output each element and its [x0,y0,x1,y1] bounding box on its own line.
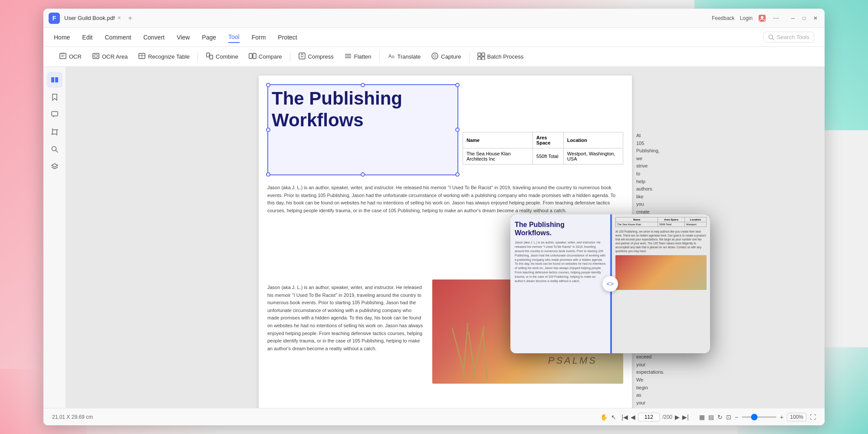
user-icon[interactable] [758,14,766,23]
scroll-mode-icon[interactable]: ▤ [708,414,714,421]
fit-page-icon[interactable]: ⊡ [726,414,731,421]
search-tools-input[interactable]: Search Tools [763,32,814,43]
toolbar-flatten-label: Flatten [354,53,372,60]
toolbar-recognize-table-label: Recognize Table [148,53,190,60]
overlay-left-text: Jason (aka J. L.) is an author, speaker,… [515,240,606,283]
menu-page[interactable]: Page [202,32,216,43]
fullscreen-icon[interactable]: ⛶ [810,414,816,421]
compare-icon [249,52,256,62]
page-layout-icon[interactable]: ▦ [699,414,705,421]
pdf-viewer[interactable]: The Publishing Workflows Name Ares Space… [66,67,825,408]
handle-tl[interactable] [266,83,270,87]
toolbar-capture[interactable]: Capture [426,49,466,64]
menu-form[interactable]: Form [252,32,266,43]
toolbar-ocr-area[interactable]: OCR Area [87,49,133,64]
toolbar-translate[interactable]: A あ Translate [382,49,426,64]
compare-toggle-icon: <> [607,280,614,287]
toolbar-ocr[interactable]: OCR [54,49,87,64]
handle-mr[interactable] [455,128,460,132]
rotate-icon[interactable]: ↻ [717,414,723,421]
recognize-table-icon [138,52,146,62]
overlay-th-loc: Location [685,217,707,222]
hand-tool-icon[interactable]: ✋ [600,414,608,421]
overlay-title: The PublishingWorkflows. [515,220,606,237]
pdf-page-title: The Publishing Workflows [272,88,402,132]
toolbar-flatten[interactable]: Flatten [339,49,377,64]
toolbar-batch-process[interactable]: Batch Process [472,49,529,64]
overlay-th-ares: Ares Space [658,217,685,222]
toolbar-compare[interactable]: Compare [243,49,287,64]
title-bar-right: Feedback Login ⋯ ─ □ ✕ [712,14,819,23]
svg-point-25 [434,55,436,57]
pdf-title-line1: The Publishing [272,88,402,109]
zoom-value-display[interactable]: 100% [787,413,806,421]
sidebar-layers-icon[interactable] [47,159,62,174]
svg-rect-32 [52,112,58,116]
add-tab-button[interactable]: + [128,14,132,22]
zoom-in-icon[interactable]: + [780,414,783,421]
svg-line-39 [56,151,58,153]
maximize-button[interactable]: □ [800,14,808,22]
compare-overlay[interactable]: The PublishingWorkflows. Jason (aka J. L… [510,214,710,353]
zoom-slider[interactable] [742,416,776,418]
overlay-table: Name Ares Space Location The Sea House K… [615,217,707,227]
next-page-button[interactable]: ▶ [675,414,680,421]
toolbar-translate-label: Translate [398,53,421,60]
sidebar-crop-icon[interactable] [47,124,62,140]
sidebar-comment-icon[interactable] [47,107,62,122]
toolbar-recognize-table[interactable]: Recognize Table [133,49,195,64]
handle-tr[interactable] [455,83,460,87]
handle-bl[interactable] [266,172,270,177]
more-options-icon[interactable]: ⋯ [772,14,780,23]
menu-protect[interactable]: Protect [278,32,297,43]
svg-rect-15 [249,53,252,59]
overlay-th-name: Name [616,217,658,222]
ocr-icon [59,52,67,62]
page-number-input[interactable]: 112 [638,413,660,421]
toolbar-compress[interactable]: Compress [293,49,339,64]
toolbar-batch-process-label: Batch Process [487,53,524,60]
handle-bm[interactable] [361,172,365,177]
prev-page-button[interactable]: ◀ [631,414,635,421]
pdf-table: Name Ares Space Location The Sea House K… [463,132,623,164]
overlay-right-panel: Name Ares Space Location The Sea House K… [612,214,710,353]
zoom-out-icon[interactable]: − [735,414,738,421]
svg-rect-27 [482,53,485,56]
sidebar-bookmark-icon[interactable] [47,89,62,105]
handle-br[interactable] [455,172,460,177]
overlay-right-text: At 105 Publishing, we strive to help aut… [615,230,707,253]
table-header-row: Name Ares Space Location [463,132,623,148]
close-tab-button[interactable]: ✕ [117,15,121,21]
minimize-button[interactable]: ─ [789,14,797,22]
page-total-text: /200 [662,414,672,420]
table-cell-location: Westport, Washington, USA [563,148,623,164]
title-bar: F User Guild Book.pdf ✕ + Feedback Login… [43,9,825,28]
overlay-td-name: The Sea House Klan [616,222,658,227]
handle-ml[interactable] [266,128,270,132]
sidebar-search-icon[interactable] [47,141,62,157]
last-page-button[interactable]: ▶| [682,414,689,421]
menu-edit[interactable]: Edit [82,32,92,43]
menu-home[interactable]: Home [54,32,70,43]
app-logo: F [49,13,60,24]
menu-view[interactable]: View [177,32,190,43]
feedback-button[interactable]: Feedback [712,15,735,21]
search-tools-placeholder: Search Tools [777,34,809,40]
first-page-button[interactable]: |◀ [621,414,628,421]
svg-rect-29 [482,57,485,60]
svg-rect-30 [51,77,54,82]
sidebar-panels-icon[interactable] [47,72,62,88]
menu-tool[interactable]: Tool [228,32,240,43]
select-tool-icon[interactable]: ↖ [611,414,616,421]
menu-convert[interactable]: Convert [143,32,164,43]
compare-toggle-button[interactable]: <> [602,276,618,292]
batch-process-icon [477,52,485,62]
svg-rect-13 [210,55,213,59]
login-button[interactable]: Login [740,15,753,21]
close-button[interactable]: ✕ [812,14,819,22]
toolbar-combine[interactable]: Combine [201,49,243,64]
overlay-td-loc: Westport [685,222,707,227]
toolbar-capture-label: Capture [441,53,461,60]
handle-tm[interactable] [361,83,365,87]
menu-comment[interactable]: Comment [105,32,131,43]
